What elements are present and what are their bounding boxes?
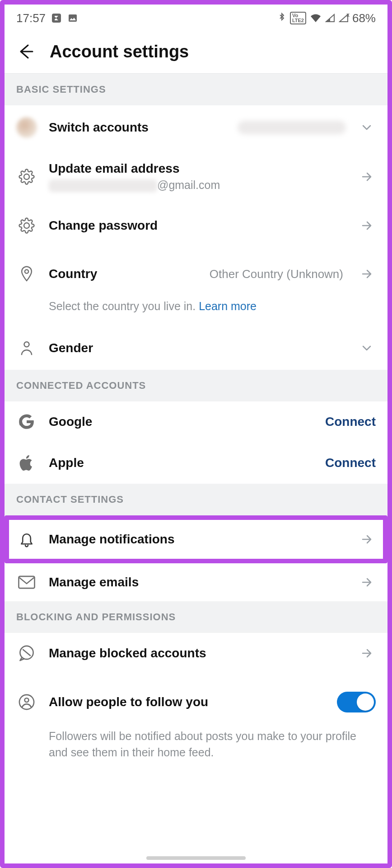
arrow-left-icon — [17, 42, 35, 61]
update-email-label: Update email address — [49, 161, 346, 176]
gear-icon — [16, 169, 37, 185]
manage-notifications-label: Manage notifications — [49, 532, 346, 547]
row-update-email[interactable]: Update email address @gmail.com — [5, 150, 387, 204]
google-label: Google — [49, 415, 313, 429]
row-switch-accounts[interactable]: Switch accounts — [5, 105, 387, 150]
person-icon — [16, 340, 37, 356]
change-password-label: Change password — [49, 218, 346, 233]
blocked-chat-icon — [16, 645, 37, 662]
page-header: Account settings — [5, 32, 387, 73]
row-country[interactable]: Country Other Country (Unknown) — [5, 247, 387, 296]
gear-icon — [16, 217, 37, 234]
svg-point-2 — [25, 270, 28, 274]
chevron-right-icon — [358, 576, 376, 589]
svg-rect-4 — [19, 576, 34, 588]
avatar-icon — [16, 117, 37, 138]
row-manage-notifications[interactable]: Manage notifications — [9, 520, 383, 559]
country-learn-more-link[interactable]: Learn more — [199, 300, 257, 312]
row-manage-emails[interactable]: Manage emails — [5, 563, 387, 601]
gender-label: Gender — [49, 341, 346, 355]
location-pin-icon — [16, 265, 37, 283]
wifi-icon — [310, 13, 322, 23]
apple-icon — [16, 454, 37, 472]
google-connect-button[interactable]: Connect — [325, 415, 376, 429]
chevron-right-icon — [358, 267, 376, 281]
svg-point-3 — [24, 342, 29, 347]
person-circle-icon — [16, 693, 37, 711]
svg-point-7 — [25, 698, 29, 702]
bluetooth-icon — [277, 12, 286, 24]
signal-2-icon: x — [339, 14, 349, 23]
section-header-blocking: BLOCKING AND PERMISSIONS — [5, 601, 387, 633]
highlight-manage-notifications: Manage notifications — [5, 515, 387, 563]
chevron-right-icon — [358, 533, 376, 546]
country-helper-text: Select the country you live in. — [49, 300, 199, 312]
row-apple[interactable]: Apple Connect — [5, 442, 387, 484]
envelope-icon — [16, 576, 37, 589]
allow-follow-toggle[interactable] — [337, 692, 376, 712]
email-value: @gmail.com — [49, 179, 346, 192]
volte-badge-icon: VoLTE2 — [290, 12, 306, 24]
signal-1-icon — [325, 14, 335, 23]
country-value: Other Country (Unknown) — [210, 267, 343, 281]
bell-icon — [16, 531, 37, 548]
email-suffix: @gmail.com — [157, 179, 220, 191]
row-gender[interactable]: Gender — [5, 326, 387, 370]
apple-connect-button[interactable]: Connect — [325, 456, 376, 470]
back-button[interactable] — [16, 42, 36, 61]
section-header-basic: BASIC SETTINGS — [5, 73, 387, 105]
status-battery: 68% — [352, 11, 376, 25]
google-icon — [16, 413, 37, 430]
row-change-password[interactable]: Change password — [5, 204, 387, 247]
manage-blocked-label: Manage blocked accounts — [49, 646, 346, 660]
status-time: 17:57 — [16, 11, 46, 25]
page-title: Account settings — [50, 42, 189, 61]
image-app-icon — [67, 13, 78, 24]
row-manage-blocked[interactable]: Manage blocked accounts — [5, 633, 387, 674]
country-label: Country — [49, 267, 198, 281]
chevron-right-icon — [358, 646, 376, 660]
device-frame: 17:57 VoLTE2 x 68% — [0, 0, 392, 868]
row-google[interactable]: Google Connect — [5, 401, 387, 442]
gesture-bar — [146, 856, 246, 860]
sigma-app-icon — [51, 13, 62, 24]
country-helper: Select the country you live in. Learn mo… — [5, 296, 387, 326]
status-bar: 17:57 VoLTE2 x 68% — [5, 5, 387, 32]
account-name-redacted — [238, 121, 346, 134]
chevron-right-icon — [358, 170, 376, 184]
chevron-down-icon — [358, 342, 376, 354]
apple-label: Apple — [49, 456, 313, 470]
row-allow-follow: Allow people to follow you — [5, 674, 387, 726]
switch-accounts-label: Switch accounts — [49, 120, 226, 135]
manage-emails-label: Manage emails — [49, 575, 346, 590]
section-header-connected: CONNECTED ACCOUNTS — [5, 370, 387, 401]
section-header-contact: CONTACT SETTINGS — [5, 484, 387, 515]
email-redacted — [49, 179, 157, 192]
chevron-down-icon — [358, 122, 376, 133]
chevron-right-icon — [358, 219, 376, 232]
svg-rect-1 — [69, 14, 77, 22]
allow-follow-helper: Followers will be notified about posts y… — [5, 726, 387, 773]
allow-follow-label: Allow people to follow you — [49, 695, 325, 709]
